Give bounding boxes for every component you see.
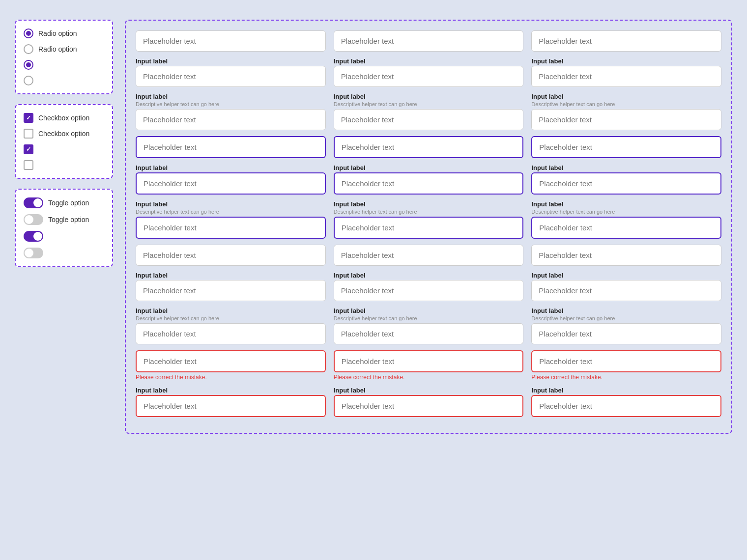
input-label-c3-3: Input label	[531, 164, 721, 171]
input-c3-labeled-error[interactable]	[531, 395, 721, 417]
input-c3-labeled-default2[interactable]	[531, 280, 721, 301]
input-c3-helper-focused[interactable]	[531, 217, 721, 239]
block-c3-no-label-default	[531, 30, 721, 52]
block-c2-no-label-default	[334, 30, 524, 52]
radio-option-1[interactable]: Radio option	[24, 28, 104, 38]
input-c1-error[interactable]	[136, 350, 326, 372]
toggle-on-solo[interactable]	[24, 231, 43, 242]
input-c2-helper-focused[interactable]	[334, 217, 524, 239]
input-c2-no-label-default2[interactable]	[334, 245, 524, 266]
block-c2-no-label-default2	[334, 245, 524, 266]
checkbox-option-1[interactable]: Checkbox option	[24, 113, 104, 123]
input-column-1: Input label Input label Descriptive help…	[136, 30, 326, 423]
input-column-2: Input label Input label Descriptive help…	[334, 30, 524, 423]
toggle-thumb-solo-off	[25, 249, 33, 257]
block-c2-helper-default: Input label Descriptive helper text can …	[334, 93, 524, 130]
input-c3-no-label-default2[interactable]	[531, 245, 721, 266]
checkbox-checked-1[interactable]	[24, 113, 33, 123]
checkbox-option-4-solo[interactable]	[24, 160, 104, 170]
input-c1-no-label-default2[interactable]	[136, 245, 326, 266]
input-c1-helper-focused[interactable]	[136, 217, 326, 239]
input-label-c2-1: Input label	[334, 57, 524, 65]
input-c3-no-label-default[interactable]	[531, 30, 721, 52]
input-c2-helper-default2[interactable]	[334, 323, 524, 344]
checkbox-unchecked-solo[interactable]	[24, 160, 33, 170]
block-c3-focused-no-label	[531, 136, 721, 158]
input-c2-labeled-default[interactable]	[334, 66, 524, 87]
input-c2-labeled-focused[interactable]	[334, 172, 524, 195]
input-label-c2-6: Input label	[334, 307, 524, 314]
radio-option-3-solo[interactable]	[24, 60, 104, 70]
input-c2-labeled-default2[interactable]	[334, 280, 524, 301]
toggle-option-3-solo[interactable]	[24, 231, 104, 242]
input-helper-c1-6: Descriptive helper text can go here	[136, 315, 326, 321]
input-c2-helper-default[interactable]	[334, 109, 524, 130]
input-label-c1-3: Input label	[136, 164, 326, 171]
radio-option-2[interactable]: Radio option	[24, 44, 104, 54]
input-label-c3-6: Input label	[531, 307, 721, 314]
toggle-thumb-1	[33, 198, 42, 207]
input-c3-labeled-default[interactable]	[531, 66, 721, 87]
input-c2-no-label-default[interactable]	[334, 30, 524, 52]
input-c2-labeled-error[interactable]	[334, 395, 524, 417]
block-c3-helper-focused: Input label Descriptive helper text can …	[531, 200, 721, 239]
block-c3-helper-default: Input label Descriptive helper text can …	[531, 93, 721, 130]
input-c3-helper-default[interactable]	[531, 109, 721, 130]
block-c3-no-label-default2	[531, 245, 721, 266]
input-c1-helper-default2[interactable]	[136, 323, 326, 344]
radio-option-4-solo[interactable]	[24, 76, 104, 85]
radio-button-unchecked-solo[interactable]	[24, 76, 33, 85]
input-c2-error[interactable]	[334, 350, 524, 372]
block-c1-error: Please correct the mistake.	[136, 350, 326, 381]
input-c3-labeled-focused[interactable]	[531, 172, 721, 195]
toggle-off-solo[interactable]	[24, 248, 43, 258]
radio-label-2: Radio option	[38, 45, 77, 53]
input-helper-c2-4: Descriptive helper text can go here	[334, 209, 524, 215]
input-c1-no-label-default[interactable]	[136, 30, 326, 52]
input-label-c2-4: Input label	[334, 200, 524, 208]
checkbox-label-1: Checkbox option	[38, 114, 89, 122]
error-message-c2: Please correct the mistake.	[334, 374, 524, 381]
input-c1-labeled-focused[interactable]	[136, 172, 326, 195]
input-helper-c3-6: Descriptive helper text can go here	[531, 315, 721, 321]
radio-button-unchecked[interactable]	[24, 44, 33, 54]
block-c1-labeled-default: Input label	[136, 57, 326, 87]
block-c3-labeled-error: Input label	[531, 387, 721, 417]
input-label-c1-2: Input label	[136, 93, 326, 100]
input-helper-c1-4: Descriptive helper text can go here	[136, 209, 326, 215]
input-c3-error[interactable]	[531, 350, 721, 372]
block-c2-helper-focused: Input label Descriptive helper text can …	[334, 200, 524, 239]
input-c2-focused-no-label[interactable]	[334, 136, 524, 158]
input-c1-labeled-default[interactable]	[136, 66, 326, 87]
toggle-option-1[interactable]: Toggle option	[24, 197, 104, 208]
toggle-thumb-2	[25, 215, 33, 224]
block-c3-helper-default2: Input label Descriptive helper text can …	[531, 307, 721, 344]
input-c1-focused-no-label[interactable]	[136, 136, 326, 158]
radio-button-checked[interactable]	[24, 28, 33, 38]
toggle-option-4-solo[interactable]	[24, 248, 104, 258]
input-c1-labeled-default2[interactable]	[136, 280, 326, 301]
block-c1-no-label-default	[136, 30, 326, 52]
block-c1-labeled-default2: Input label	[136, 272, 326, 301]
checkbox-option-2[interactable]: Checkbox option	[24, 129, 104, 139]
radio-button-checked-solo[interactable]	[24, 60, 33, 70]
input-helper-c3-4: Descriptive helper text can go here	[531, 209, 721, 215]
input-label-c2-2: Input label	[334, 93, 524, 100]
radio-inner-dot-solo	[26, 62, 31, 67]
input-column-3: Input label Input label Descriptive help…	[531, 30, 721, 423]
checkbox-option-3-solo[interactable]	[24, 144, 104, 154]
checkbox-checked-solo[interactable]	[24, 144, 33, 154]
input-c1-labeled-error[interactable]	[136, 395, 326, 417]
input-c3-focused-no-label[interactable]	[531, 136, 721, 158]
toggle-off-2[interactable]	[24, 214, 43, 225]
input-c1-helper-default[interactable]	[136, 109, 326, 130]
block-c2-focused-no-label	[334, 136, 524, 158]
checkbox-label-2: Checkbox option	[38, 130, 89, 138]
toggle-on-1[interactable]	[24, 197, 43, 208]
block-c2-labeled-error: Input label	[334, 387, 524, 417]
input-c3-helper-default2[interactable]	[531, 323, 721, 344]
block-c1-focused-no-label	[136, 136, 326, 158]
toggle-option-2[interactable]: Toggle option	[24, 214, 104, 225]
checkbox-unchecked-2[interactable]	[24, 129, 33, 139]
block-c1-helper-default: Input label Descriptive helper text can …	[136, 93, 326, 130]
